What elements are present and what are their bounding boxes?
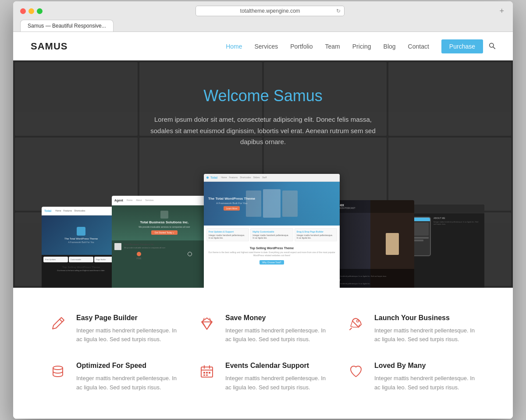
svg-rect-5	[203, 372, 205, 374]
close-button[interactable]	[20, 8, 26, 14]
hero-section: Welcome Samus Lorem ipsum dolor sit amet…	[13, 60, 513, 288]
feature-icon-rocket	[346, 314, 366, 333]
feature-title-easy-page-builder: Easy Page Builder	[76, 314, 180, 322]
feature-icon-calendar	[197, 362, 217, 381]
features-section: Easy Page Builder Integer mattis hendrer…	[13, 288, 513, 419]
feature-text-launch-business: Launch Your Business Integer mattis hend…	[374, 314, 478, 345]
feature-item-events-calendar: Events Calendar Support Integer mattis h…	[197, 362, 329, 392]
screenshot-feature-1: Free Updates & Support Integer mattis he…	[206, 228, 249, 241]
screenshot-main: Total Home Features Shortcodes Sliders S…	[204, 174, 340, 288]
feature-title-events-calendar: Events Calendar Support	[225, 362, 329, 370]
nav-item-team[interactable]: Team	[325, 42, 340, 50]
bg-item	[388, 62, 511, 136]
bg-item	[15, 62, 138, 136]
site-logo[interactable]: SAMUS	[31, 41, 68, 52]
feature-item-optimized-speed: Optimized For Speed Integer mattis hendr…	[48, 362, 180, 392]
screenshot-feature-2: Highly Customizable Integer mattis hendr…	[250, 228, 293, 241]
nav-item-services[interactable]: Services	[254, 42, 278, 50]
feature-desc-loved-by-many: Integer mattis hendrerit pellentesque. I…	[374, 374, 478, 392]
nav-item-blog[interactable]: Blog	[384, 42, 396, 50]
minimize-button[interactable]	[28, 8, 34, 14]
address-bar-wrap: totaltheme.wpengine.com ↻	[46, 6, 494, 16]
svg-rect-6	[206, 372, 208, 374]
features-grid: Easy Page Builder Integer mattis hendrer…	[48, 314, 478, 392]
nav-link-blog[interactable]: Blog	[384, 43, 396, 50]
feature-desc-events-calendar: Integer mattis hendrerit pellentesque. I…	[225, 374, 329, 392]
feature-text-events-calendar: Events Calendar Support Integer mattis h…	[225, 362, 329, 392]
svg-rect-8	[203, 374, 205, 376]
feature-title-launch-business: Launch Your Business	[374, 314, 478, 322]
refresh-icon[interactable]: ↻	[336, 8, 341, 14]
nav-link-services[interactable]: Services	[254, 43, 278, 50]
purchase-button[interactable]: Purchase	[441, 39, 483, 53]
hero-content: Welcome Samus Lorem ipsum dolor sit amet…	[149, 87, 377, 165]
feature-desc-save-money: Integer mattis hendrerit pellentesque. I…	[225, 326, 329, 345]
feature-item-loved-by-many: Loved By Many Integer mattis hendrerit p…	[346, 362, 478, 392]
hero-screenshots: Total HomeFeaturesShortcodes The Total W…	[22, 174, 504, 288]
feature-text-optimized-speed: Optimized For Speed Integer mattis hendr…	[76, 362, 180, 392]
feature-item-save-money: Save Money Integer mattis hendrerit pell…	[197, 314, 329, 345]
address-bar[interactable]: totaltheme.wpengine.com ↻	[195, 6, 345, 16]
screenshot-right: GRAPHIX WEB DESIGN PODCAST QUALITY Integ…	[327, 200, 414, 288]
screenshot-main-hero-text: The Total WordPress Theme A Framework Bu…	[208, 196, 255, 210]
svg-point-2	[357, 320, 359, 322]
screenshot-bottom-text: Our theme is the best selling and highes…	[206, 251, 337, 257]
screenshot-bottom-title: Top Selling WordPress Theme	[206, 247, 337, 250]
screenshot-main-hero: The Total WordPress Theme A Framework Bu…	[204, 182, 340, 226]
svg-point-3	[53, 366, 63, 370]
feature-icon-heart	[346, 362, 366, 381]
screenshot-left-btn: Get Started Today »	[151, 230, 178, 235]
feature-icon-pencil	[48, 314, 68, 333]
feature-desc-easy-page-builder: Integer mattis hendrerit pellentesque. I…	[76, 326, 180, 345]
screenshot-left-content: Total Business Solutions Inc. We provide…	[112, 240, 217, 262]
tab-label: Samus — Beautiful Responsive...	[28, 23, 106, 29]
svg-rect-7	[209, 372, 210, 374]
feature-desc-optimized-speed: Integer mattis hendrerit pellentesque. I…	[76, 374, 180, 392]
search-icon[interactable]	[488, 42, 495, 51]
url-text: totaltheme.wpengine.com	[240, 8, 300, 14]
nav-item-home[interactable]: Home	[226, 42, 242, 50]
nav-link-team[interactable]: Team	[325, 43, 340, 50]
screenshot-far-right: ABOUT ME Integer mattis hendrerit pellen…	[405, 205, 484, 288]
feature-text-easy-page-builder: Easy Page Builder Integer mattis hendrer…	[76, 314, 180, 345]
svg-line-1	[493, 47, 495, 49]
screenshot-feature-3: Drag & Drop Page Builder Integer mattis …	[295, 228, 337, 241]
browser-chrome: totaltheme.wpengine.com ↻ + Samus — Beau…	[13, 1, 513, 32]
screenshot-left: Agent Home About Services Total Business…	[112, 196, 217, 288]
nav-link-portfolio[interactable]: Portfolio	[290, 43, 313, 50]
hero-description: Lorem ipsum dolor sit amet, consectetur …	[149, 114, 377, 148]
screenshot-left-logo: Agent	[114, 199, 123, 202]
svg-rect-9	[206, 374, 208, 376]
nav-header: SAMUS Home Services Portfolio Team Prici…	[13, 32, 513, 60]
browser-top-bar: totaltheme.wpengine.com ↻ +	[20, 6, 506, 16]
nav-item-portfolio[interactable]: Portfolio	[290, 42, 313, 50]
feature-item-launch-business: Launch Your Business Integer mattis hend…	[346, 314, 478, 345]
hero-title: Welcome Samus	[149, 87, 377, 105]
feature-icon-diamond	[197, 314, 217, 333]
nav-link-pricing[interactable]: Pricing	[352, 43, 371, 50]
nav-item-contact[interactable]: Contact	[408, 42, 429, 50]
nav-link-contact[interactable]: Contact	[408, 43, 429, 50]
browser-window: totaltheme.wpengine.com ↻ + Samus — Beau…	[13, 1, 513, 419]
nav-item-purchase[interactable]: Purchase	[441, 39, 483, 53]
screenshot-left-hero: Total Business Solutions Inc. We provide…	[112, 205, 217, 240]
new-tab-button[interactable]: +	[498, 7, 506, 16]
nav-item-pricing[interactable]: Pricing	[352, 42, 371, 50]
screenshot-main-bottom: Top Selling WordPress Theme Our theme is…	[204, 244, 340, 268]
screenshot-cta-button: Why Choose Total?	[259, 260, 284, 265]
traffic-lights	[20, 8, 43, 14]
feature-title-save-money: Save Money	[225, 314, 329, 322]
feature-text-loved-by-many: Loved By Many Integer mattis hendrerit p…	[374, 362, 478, 392]
svg-point-0	[490, 43, 494, 47]
active-tab[interactable]: Samus — Beautiful Responsive...	[20, 20, 114, 32]
header-dot	[206, 176, 209, 179]
maximize-button[interactable]	[37, 8, 43, 14]
feature-icon-database	[48, 362, 68, 381]
browser-tabs: Samus — Beautiful Responsive...	[20, 20, 506, 32]
feature-text-save-money: Save Money Integer mattis hendrerit pell…	[225, 314, 329, 345]
main-nav: Home Services Portfolio Team Pricing Blo…	[226, 39, 483, 53]
screenshot-left-subtitle: We provide invaluable services to compan…	[139, 226, 190, 228]
website-content: SAMUS Home Services Portfolio Team Prici…	[13, 32, 513, 419]
feature-title-optimized-speed: Optimized For Speed	[76, 362, 180, 370]
nav-link-home[interactable]: Home	[226, 43, 242, 50]
